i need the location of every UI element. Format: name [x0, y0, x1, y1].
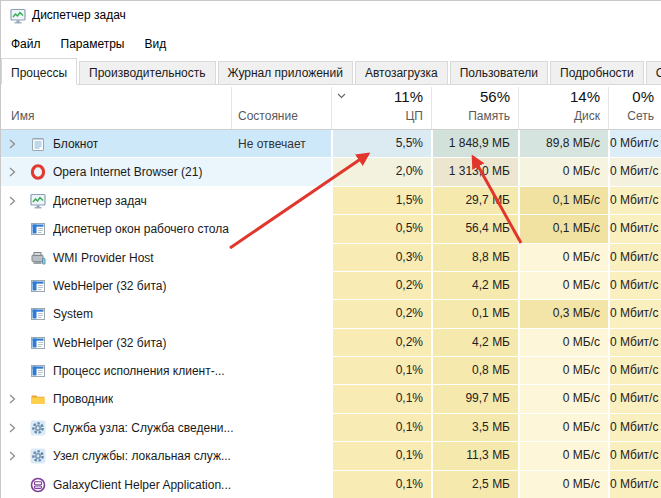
process-name-cell[interactable]: System: [1, 300, 331, 327]
process-name: WebHelper (32 бита): [53, 336, 166, 350]
disk-value-cell: 0 МБ/с: [518, 385, 608, 412]
memory-value-cell: 0,8 МБ: [431, 357, 518, 384]
tab-strip: Процессы Производительность Журнал прило…: [1, 57, 661, 85]
task-manager-icon: [10, 8, 26, 24]
column-header-memory[interactable]: 56% Память: [432, 85, 518, 129]
process-name-cell[interactable]: Служба узла: Служба сведени...: [1, 414, 331, 441]
network-column-label: Сеть: [627, 109, 654, 123]
column-header-network[interactable]: 0% Сеть: [609, 85, 661, 129]
disk-value-cell: 0 МБ/с: [518, 357, 608, 384]
process-name: Процесс исполнения клиент-...: [53, 364, 225, 378]
process-name-cell[interactable]: Диспетчер окон рабочего стола: [1, 215, 331, 242]
notepad-icon: [30, 136, 46, 152]
process-name-cell[interactable]: WebHelper (32 бита): [1, 272, 331, 299]
tab-startup[interactable]: Автозагрузка: [355, 61, 448, 84]
process-row[interactable]: БлокнотНе отвечает5,5%1 848,9 МБ89,8 МБ/…: [1, 130, 661, 158]
network-value-cell: 0 Мбит/с: [608, 244, 661, 271]
disk-total-percent: 14%: [570, 88, 600, 105]
disk-value-cell: 0 МБ/с: [518, 471, 608, 498]
column-header-cpu[interactable]: 11% ЦП: [332, 85, 431, 129]
column-header-name[interactable]: Имя: [11, 109, 34, 123]
sort-chevron-down-icon: [337, 93, 346, 99]
network-value-cell: 0 Мбит/с: [608, 272, 661, 299]
memory-column-label: Память: [468, 109, 510, 123]
expand-chevron-icon[interactable]: [7, 450, 17, 462]
gear-icon: [30, 448, 46, 464]
process-name-cell[interactable]: Проводник: [1, 385, 331, 412]
network-value-cell: 0 Мбит/с: [608, 158, 661, 185]
process-name-cell[interactable]: Процесс исполнения клиент-...: [1, 357, 331, 384]
process-row[interactable]: Узел службы: локальная служ...0,1%11,3 М…: [1, 442, 661, 470]
process-row[interactable]: Диспетчер задач1,5%29,7 МБ0,1 МБ/с0 Мбит…: [1, 187, 661, 215]
process-name-cell[interactable]: Диспетчер задач: [1, 187, 331, 214]
expand-chevron-icon[interactable]: [7, 138, 17, 150]
cpu-value-cell: 5,5%: [331, 130, 431, 157]
expand-chevron-icon[interactable]: [7, 195, 17, 207]
process-name-cell[interactable]: WebHelper (32 бита): [1, 329, 331, 356]
taskmgr-icon: [30, 193, 46, 209]
process-row[interactable]: GalaxyClient Helper Application...0,1%2,…: [1, 471, 661, 498]
tab-performance[interactable]: Производительность: [79, 61, 215, 84]
tab-app-history[interactable]: Журнал приложений: [218, 61, 353, 84]
menu-view[interactable]: Вид: [134, 33, 176, 55]
network-value-cell: 0 Мбит/с: [608, 357, 661, 384]
process-row[interactable]: Диспетчер окон рабочего стола0,5%56,4 МБ…: [1, 215, 661, 243]
disk-value-cell: 0,1 МБ/с: [518, 215, 608, 242]
tab-services[interactable]: Службы: [646, 61, 661, 84]
tab-details[interactable]: Подробности: [550, 61, 644, 84]
disk-column-label: Диск: [574, 109, 600, 123]
galaxy-icon: [30, 477, 46, 493]
process-name-cell[interactable]: Opera Internet Browser (21): [1, 158, 331, 185]
tab-processes[interactable]: Процессы: [1, 58, 77, 85]
expand-chevron-icon[interactable]: [7, 393, 17, 405]
process-row[interactable]: WebHelper (32 бита)0,2%4,2 МБ0 МБ/с0 Мби…: [1, 272, 661, 300]
process-name-cell[interactable]: Узел службы: локальная служ...: [1, 442, 331, 469]
process-row[interactable]: System0,2%0,1 МБ0,3 МБ/с0 Мбит/с: [1, 300, 661, 328]
network-value-cell: 0 Мбит/с: [608, 187, 661, 214]
network-value-cell: 0 Мбит/с: [608, 300, 661, 327]
title-bar: Диспетчер задач: [1, 1, 661, 31]
process-row[interactable]: WMI Provider Host0,3%8,8 МБ0 МБ/с0 Мбит/…: [1, 244, 661, 272]
disk-value-cell: 0 МБ/с: [518, 414, 608, 441]
process-name-cell[interactable]: БлокнотНе отвечает: [1, 130, 331, 157]
disk-value-cell: 0,3 МБ/с: [518, 300, 608, 327]
process-row[interactable]: WebHelper (32 бита)0,2%4,2 МБ0 МБ/с0 Мби…: [1, 329, 661, 357]
memory-value-cell: 99,7 МБ: [431, 385, 518, 412]
memory-value-cell: 8,8 МБ: [431, 244, 518, 271]
process-name: WebHelper (32 бита): [53, 279, 166, 293]
disk-value-cell: 0 МБ/с: [518, 329, 608, 356]
memory-value-cell: 3,5 МБ: [431, 414, 518, 441]
network-value-cell: 0 Мбит/с: [608, 442, 661, 469]
menu-file[interactable]: Файл: [2, 33, 51, 55]
process-row[interactable]: Процесс исполнения клиент-...0,1%0,8 МБ0…: [1, 357, 661, 385]
tab-users[interactable]: Пользователи: [450, 61, 548, 84]
cpu-value-cell: 0,1%: [331, 357, 431, 384]
process-name: GalaxyClient Helper Application...: [53, 478, 231, 492]
memory-value-cell: 29,7 МБ: [431, 187, 518, 214]
cpu-value-cell: 1,5%: [331, 187, 431, 214]
memory-value-cell: 11,3 МБ: [431, 442, 518, 469]
process-row[interactable]: Проводник0,1%99,7 МБ0 МБ/с0 Мбит/с: [1, 385, 661, 413]
process-name-cell[interactable]: GalaxyClient Helper Application...: [1, 471, 331, 498]
network-value-cell: 0 Мбит/с: [608, 471, 661, 498]
expand-chevron-icon[interactable]: [7, 166, 17, 178]
window-icon: [30, 306, 46, 322]
network-value-cell: 0 Мбит/с: [608, 385, 661, 412]
column-header-status[interactable]: Состояние: [238, 109, 298, 123]
process-name-cell[interactable]: WMI Provider Host: [1, 244, 331, 271]
gear-icon: [30, 420, 46, 436]
process-row[interactable]: Opera Internet Browser (21)2,0%1 313,0 М…: [1, 158, 661, 186]
column-header-disk[interactable]: 14% Диск: [519, 85, 608, 129]
menu-options[interactable]: Параметры: [51, 33, 135, 55]
process-row[interactable]: Служба узла: Служба сведени...0,1%3,5 МБ…: [1, 414, 661, 442]
memory-value-cell: 1 313,0 МБ: [431, 158, 518, 185]
memory-value-cell: 4,2 МБ: [431, 329, 518, 356]
expand-chevron-icon[interactable]: [7, 422, 17, 434]
process-name: Opera Internet Browser (21): [53, 165, 202, 179]
cpu-value-cell: 0,1%: [331, 414, 431, 441]
disk-value-cell: 0 МБ/с: [518, 442, 608, 469]
cpu-value-cell: 0,1%: [331, 442, 431, 469]
process-name: WMI Provider Host: [53, 251, 154, 265]
process-name: Диспетчер окон рабочего стола: [53, 222, 229, 236]
memory-value-cell: 0,1 МБ: [431, 300, 518, 327]
